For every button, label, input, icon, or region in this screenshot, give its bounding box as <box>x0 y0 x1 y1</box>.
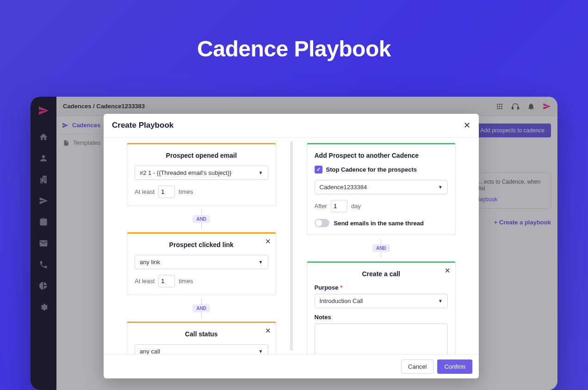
cadence-select[interactable]: Cadence1233384▼ <box>315 180 448 194</box>
times-input[interactable] <box>158 186 175 198</box>
purpose-label: Purpose * <box>315 284 448 291</box>
card-title: Call status <box>135 330 268 338</box>
times-label: times <box>179 278 193 285</box>
link-select[interactable]: any link▼ <box>135 255 268 269</box>
notes-label: Notes <box>315 314 448 321</box>
after-label: After <box>315 203 327 210</box>
card-title: Create a call <box>315 270 448 278</box>
same-thread-label: Send emails in the same thread <box>334 220 424 227</box>
call-select[interactable]: any call▼ <box>135 344 268 354</box>
app-frame: Cadences / Cadence1233383 Cadences Templ… <box>31 97 557 390</box>
and-connector: AND <box>307 235 456 261</box>
email-select[interactable]: #2 1 - {{Threaded email's subject}}▼ <box>135 166 268 180</box>
trigger-clicked-link-card: ✕ Prospect clicked link any link▼ At lea… <box>127 232 276 295</box>
trigger-call-status-card: ✕ Call status any call▼ Answered▼ <box>127 322 276 354</box>
card-close-button[interactable]: ✕ <box>445 266 451 275</box>
action-create-call-card: ✕ Create a call Purpose * Introduction C… <box>307 261 456 354</box>
trigger-opened-email-card: Prospect opened email #2 1 - {{Threaded … <box>127 143 276 206</box>
card-close-button[interactable]: ✕ <box>265 237 271 246</box>
after-days-input[interactable] <box>331 200 347 212</box>
notes-textarea[interactable] <box>315 323 448 354</box>
triggers-column: Prospect opened email #2 1 - {{Threaded … <box>104 137 290 354</box>
modal-title: Create Playbook <box>112 121 173 130</box>
card-title: Prospect opened email <box>135 152 268 159</box>
times-input[interactable] <box>158 275 175 287</box>
at-least-label: At least <box>135 188 155 195</box>
cancel-button[interactable]: Cancel <box>401 359 433 374</box>
page-title: Cadence Playbook <box>0 0 588 62</box>
same-thread-toggle[interactable] <box>315 219 329 227</box>
card-close-button[interactable]: ✕ <box>265 327 271 335</box>
action-add-cadence-card: Add Prospect to another Cadence ✓ Stop C… <box>307 143 456 235</box>
modal-close-button[interactable]: ✕ <box>464 120 470 130</box>
actions-column: Add Prospect to another Cadence ✓ Stop C… <box>293 137 479 354</box>
and-connector: AND <box>127 295 276 322</box>
at-least-label: At least <box>135 278 155 285</box>
stop-cadence-label: Stop Cadence for the prospects <box>326 166 417 173</box>
times-label: times <box>179 188 193 195</box>
day-label: day <box>351 203 361 210</box>
confirm-button[interactable]: Confirm <box>437 359 472 374</box>
stop-cadence-checkbox[interactable]: ✓ <box>315 166 322 173</box>
card-title: Prospect clicked link <box>135 241 268 248</box>
and-connector: AND <box>127 206 276 232</box>
purpose-select[interactable]: Introduction Call▼ <box>315 294 448 308</box>
create-playbook-modal: Create Playbook ✕ Prospect opened email … <box>104 114 479 378</box>
card-title: Add Prospect to another Cadence <box>315 152 448 159</box>
